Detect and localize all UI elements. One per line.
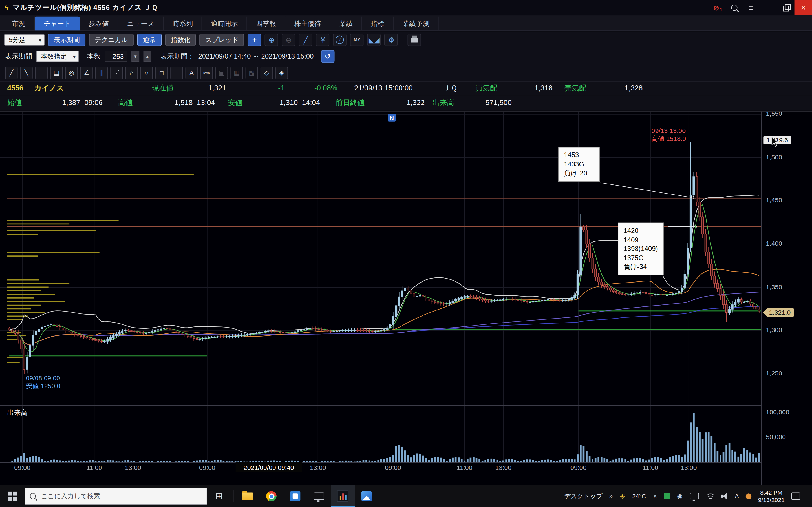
taskbar-search[interactable] (25, 488, 207, 505)
my-chart-icon[interactable]: MY (350, 34, 364, 46)
tab-news[interactable]: ニュース (118, 17, 163, 31)
pencil-icon[interactable]: ╱ (299, 34, 313, 46)
y-axis-label: 1,250 (766, 370, 782, 377)
chart-canvas[interactable] (0, 112, 761, 474)
rect-tool-icon[interactable]: □ (155, 67, 168, 79)
chrome-logo-icon (266, 491, 276, 501)
icon-stamp-tool-icon[interactable]: icon (200, 67, 213, 79)
tab-timeseries[interactable]: 時系列 (164, 17, 202, 31)
add-chart-icon[interactable]: ＋ (248, 34, 261, 46)
info-icon[interactable]: i (333, 34, 347, 46)
tab-chart[interactable]: チャート (35, 17, 80, 31)
remote-desktop-icon[interactable] (307, 485, 331, 507)
angle-tool-icon[interactable]: ∠ (80, 67, 93, 79)
clock[interactable]: 8:42 PM 9/13/2021 (758, 489, 784, 503)
tab-market[interactable]: 市況 (3, 17, 35, 31)
settings-wrench-icon[interactable]: ⚙ (385, 34, 398, 46)
ime-indicator[interactable]: A (735, 493, 739, 500)
start-button[interactable] (0, 485, 25, 507)
tab-disclosure[interactable]: 適時開示 (202, 17, 247, 31)
tooltip-1: 14531433G負け-20 (558, 147, 600, 181)
grid-tool-icon[interactable]: ▤ (50, 67, 63, 79)
ellipse-tool-icon[interactable]: ○ (140, 67, 153, 79)
speaker-icon[interactable] (721, 493, 728, 499)
search-input[interactable] (40, 492, 202, 500)
wifi-icon[interactable] (706, 493, 714, 499)
menu-icon[interactable]: ≡ (743, 0, 759, 15)
hsegment-tool-icon[interactable]: ─ (170, 67, 183, 79)
print-icon[interactable] (408, 34, 421, 46)
toolbar-button-technical[interactable]: テクニカル (89, 34, 134, 46)
tray-expand-icon[interactable]: ∧ (653, 493, 657, 500)
zoom-in-icon[interactable]: ⊕ (265, 34, 278, 46)
price-change: -1 (278, 84, 285, 92)
ray-tool-icon[interactable]: ╲ (20, 67, 33, 79)
yen-scale-icon[interactable]: ¥ (316, 34, 329, 46)
link-status-icon[interactable]: ⊘1 (709, 0, 726, 15)
tray-icon-camera[interactable]: ◉ (677, 493, 682, 500)
maximize-button[interactable] (777, 0, 794, 15)
weather-icon[interactable]: ☀ (619, 492, 625, 500)
stamp3-tool-icon[interactable]: ▦ (231, 67, 243, 79)
volume-pane-label: 出来高 (7, 408, 28, 417)
trendline-tool-icon[interactable]: ╱ (5, 67, 17, 79)
tab-tick[interactable]: 歩み値 (80, 17, 118, 31)
clear-all-tool-icon[interactable]: ◈ (275, 67, 288, 79)
period-mode-select[interactable]: 本数指定▾ (36, 51, 79, 62)
tray-monitor-icon[interactable] (690, 493, 699, 499)
toolbar-button-indexed[interactable]: 指数化 (165, 34, 196, 46)
tray-icon-dot[interactable] (746, 493, 751, 499)
count-increase-button[interactable]: ▴ (144, 51, 151, 62)
gann-tool-icon[interactable]: ◎ (65, 67, 78, 79)
tooltip-1-line: 負け-20 (564, 169, 594, 178)
high-label: 高値 (118, 98, 133, 108)
volume-axis-label: 50,000 (766, 434, 786, 441)
eraser-tool-icon[interactable]: ◇ (260, 67, 273, 79)
open-label: 始値 (7, 98, 22, 108)
tray-icon-green[interactable] (664, 493, 670, 499)
blue-app-icon[interactable] (283, 485, 307, 507)
news-marker-badge[interactable]: N (388, 114, 396, 122)
stamp4-tool-icon[interactable]: ▩ (246, 67, 258, 79)
tab-indicators[interactable]: 指標 (362, 17, 394, 31)
vlines-tool-icon[interactable]: ∥ (95, 67, 108, 79)
screen: ϟ マルチツール(個別銘柄) 4556 カイノス ＪＱ ⊘1 ≡ ─ × 市況チ… (0, 0, 812, 507)
chrome-icon[interactable] (259, 485, 283, 507)
polygon-tool-icon[interactable]: ⌂ (125, 67, 138, 79)
show-desktop-button[interactable] (807, 485, 810, 507)
fan-tool-icon[interactable]: ⋰ (110, 67, 123, 79)
tab-results[interactable]: 業績 (331, 17, 362, 31)
action-center-icon[interactable] (792, 493, 800, 500)
high-price: 1,518 (155, 98, 193, 107)
desktop-toolbar-label[interactable]: デスクトップ (564, 492, 602, 501)
interval-select[interactable]: 5分足▾ (4, 34, 45, 45)
stamp2-tool-icon[interactable]: ▣ (215, 67, 228, 79)
monitor-icon (314, 493, 324, 500)
tab-shikiho[interactable]: 四季報 (247, 17, 285, 31)
minimize-button[interactable]: ─ (759, 0, 777, 15)
toolbar-button-normal[interactable]: 通常 (137, 34, 161, 46)
search-icon[interactable] (726, 0, 743, 15)
crosshair-date-label: 2021/09/09 09:40 (236, 462, 302, 472)
chart-area[interactable]: 出来高 N 09/13 13:00 高値 1518.0 09/08 09:00 … (0, 111, 761, 485)
low-annotation-line2: 安値 1250.0 (26, 382, 61, 390)
zoom-out-icon[interactable]: ⊖ (282, 34, 296, 46)
toolbar-button-display-period[interactable]: 表示期間 (48, 34, 86, 46)
trading-app-icon[interactable] (331, 485, 355, 507)
file-explorer-icon[interactable] (236, 485, 259, 507)
photos-app-icon[interactable] (355, 485, 378, 507)
toolbar-button-spread[interactable]: スプレッド (200, 34, 244, 46)
toolbar-chevron-icon[interactable]: » (609, 493, 613, 500)
task-view-button[interactable]: ⊞ (207, 485, 231, 507)
bar-count-input[interactable]: 253 (105, 51, 128, 62)
tab-benefits[interactable]: 株主優待 (285, 17, 331, 31)
photos-glyph (361, 491, 372, 501)
close-button[interactable]: × (795, 0, 812, 15)
tab-forecast[interactable]: 業績予測 (394, 17, 439, 31)
temperature-label[interactable]: 24°C (632, 493, 646, 500)
reset-period-icon[interactable]: ↺ (321, 50, 335, 62)
area-chart-icon[interactable]: ◣◢ (367, 34, 381, 46)
text-tool-icon[interactable]: A (186, 67, 198, 79)
hlines-tool-icon[interactable]: ≡ (35, 67, 48, 79)
count-decrease-button[interactable]: ▾ (132, 51, 140, 62)
